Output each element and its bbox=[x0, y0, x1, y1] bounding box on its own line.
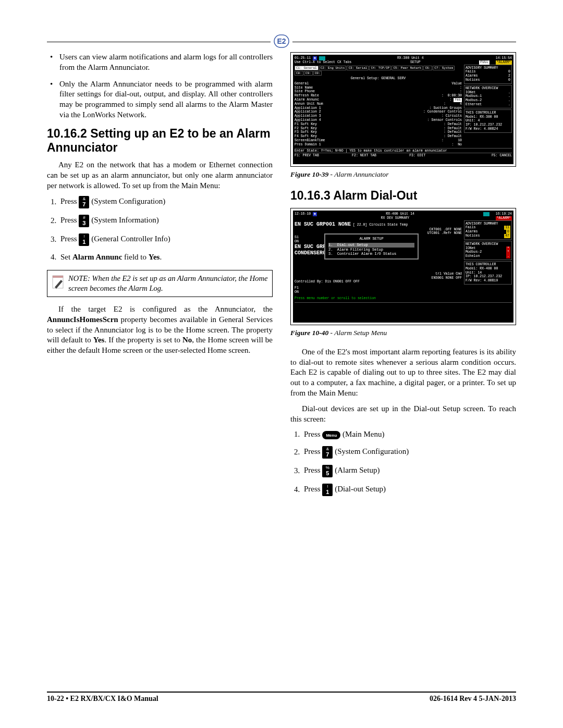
svg-text:E2: E2 bbox=[277, 37, 286, 45]
alarm-setup-popup: ALARM SETUP 1. Dial-out Setup2. Alarm Fi… bbox=[324, 233, 419, 260]
step: Press #3 (System Information) bbox=[58, 215, 273, 227]
step: Press !1 (General Controller Info) bbox=[58, 233, 273, 246]
menu-key-icon: Menu bbox=[322, 431, 340, 439]
paragraph: One of the E2's most important alarm rep… bbox=[290, 347, 516, 399]
figure-caption: Figure 10-40 - Alarm Setup Menu bbox=[290, 328, 516, 338]
step: Press %5 (Alarm Setup) bbox=[302, 465, 516, 477]
footer-left: 10-22 • E2 RX/BX/CX I&O Manual bbox=[47, 695, 158, 703]
page-footer: 10-22 • E2 RX/BX/CX I&O Manual 026-1614 … bbox=[47, 692, 516, 703]
svg-rect-3 bbox=[53, 276, 63, 278]
brand-logo-icon: E2 bbox=[271, 34, 292, 48]
note-text: NOTE: When the E2 is set up as an Alarm … bbox=[68, 274, 268, 293]
footer-right: 026-1614 Rev 4 5-JAN-2013 bbox=[430, 695, 516, 703]
page-header-divider: E2 bbox=[47, 31, 516, 47]
step: Press !1 (Dial-out Setup) bbox=[302, 484, 516, 496]
terminal-screenshot: 01-25-11 ◉ RX-300 Unit 414:15:54 Use Ctr… bbox=[293, 55, 513, 164]
figure-10-40: 12-16-10 ◉RX-400 Unit 14 16:19:24 RX DEV… bbox=[290, 208, 516, 325]
feature-bullets: Users can view alarm notifications and a… bbox=[50, 52, 273, 120]
keypad-key-icon: !1 bbox=[79, 233, 89, 246]
bullet-item: Users can view alarm notifications and a… bbox=[50, 52, 273, 73]
figure-caption: Figure 10-39 - Alarm Annunciator bbox=[290, 170, 516, 179]
terminal-screenshot: 12-16-10 ◉RX-400 Unit 14 16:19:24 RX DEV… bbox=[293, 211, 513, 323]
paragraph: If the target E2 is configured as the An… bbox=[47, 304, 273, 356]
keypad-key-icon: %5 bbox=[322, 465, 333, 477]
setup-steps: Press &7 (System Configuration) Press #3… bbox=[58, 196, 273, 263]
bullet-item: Only the Alarm Annunciator needs to be p… bbox=[50, 79, 273, 120]
paragraph: Any E2 on the network that has a modem o… bbox=[47, 160, 273, 191]
step: Press &7 (System Configuration) bbox=[58, 196, 273, 208]
step: Press &7 (System Configuration) bbox=[302, 446, 516, 459]
section-heading-10-16-2: 10.16.2 Setting up an E2 to be an Alarm … bbox=[47, 127, 273, 155]
step: Press Menu (Main Menu) bbox=[302, 429, 516, 440]
keypad-key-icon: #3 bbox=[79, 215, 89, 227]
dialout-steps: Press Menu (Main Menu) Press &7 (System … bbox=[302, 429, 516, 496]
figure-10-39: 01-25-11 ◉ RX-300 Unit 414:15:54 Use Ctr… bbox=[290, 52, 516, 167]
keypad-key-icon: &7 bbox=[79, 196, 89, 208]
note-callout: NOTE: When the E2 is set up as an Alarm … bbox=[47, 270, 273, 297]
keypad-key-icon: !1 bbox=[322, 484, 333, 496]
section-heading-10-16-3: 10.16.3 Alarm Dial-Out bbox=[290, 189, 516, 203]
keypad-key-icon: &7 bbox=[322, 446, 333, 459]
note-icon bbox=[52, 274, 68, 293]
step: Set Alarm Annunc field to Yes. bbox=[58, 252, 273, 263]
paragraph: Dial-out devices are set up in the Dial-… bbox=[290, 404, 516, 425]
